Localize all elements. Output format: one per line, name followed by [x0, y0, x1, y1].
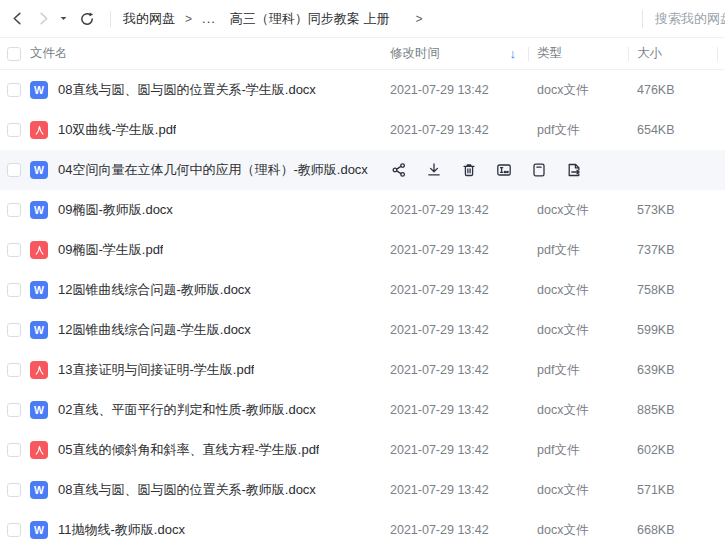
row-checkbox[interactable] — [7, 323, 21, 337]
move-icon[interactable] — [565, 162, 582, 179]
row-checkbox[interactable] — [7, 403, 21, 417]
search-area — [642, 0, 725, 37]
back-icon[interactable] — [6, 8, 28, 30]
file-modified-time: 2021-07-29 13:42 — [390, 350, 528, 390]
row-checkbox[interactable] — [7, 483, 21, 497]
table-row[interactable]: W 12圆锥曲线综合问题-教师版.docx 2021-07-29 13:42 d… — [0, 270, 725, 310]
search-divider — [642, 10, 643, 28]
word-file-icon: W — [30, 281, 48, 299]
chevron-down-icon[interactable] — [56, 8, 70, 30]
file-modified-time: 2021-07-29 13:42 — [390, 70, 528, 110]
delete-icon[interactable] — [460, 162, 477, 179]
file-size: 668KB — [628, 510, 725, 550]
table-row[interactable]: W 02直线、平面平行的判定和性质-教师版.docx 2021-07-29 13… — [0, 390, 725, 430]
row-checkbox[interactable] — [7, 243, 21, 257]
breadcrumb-item-current[interactable]: 高三（理科）同步教案 上册 — [230, 10, 390, 28]
file-type: pdf文件 — [528, 350, 628, 390]
file-size: 654KB — [628, 110, 725, 150]
table-row[interactable]: 09椭圆-学生版.pdf 2021-07-29 13:42 pdf文件 737K… — [0, 230, 725, 270]
word-file-icon: W — [30, 81, 48, 99]
table-row[interactable]: W 08直线与圆、圆与圆的位置关系-学生版.docx 2021-07-29 13… — [0, 70, 725, 110]
file-name[interactable]: 12圆锥曲线综合问题-教师版.docx — [58, 281, 251, 299]
file-modified-time: 2021-07-29 13:42 — [390, 430, 528, 470]
file-type: docx文件 — [528, 510, 628, 550]
word-file-icon: W — [30, 321, 48, 339]
file-name[interactable]: 10双曲线-学生版.pdf — [58, 121, 176, 139]
file-size: 476KB — [628, 70, 725, 110]
file-name[interactable]: 04空间向量在立体几何中的应用（理科）-教师版.docx — [58, 161, 368, 179]
breadcrumb-separator: > — [415, 12, 422, 26]
table-row[interactable]: 05直线的倾斜角和斜率、直线方程-学生版.pdf 2021-07-29 13:4… — [0, 430, 725, 470]
row-checkbox[interactable] — [7, 443, 21, 457]
row-checkbox[interactable] — [7, 363, 21, 377]
file-name[interactable]: 02直线、平面平行的判定和性质-教师版.docx — [58, 401, 316, 419]
file-name[interactable]: 09椭圆-教师版.docx — [58, 201, 173, 219]
file-type: docx文件 — [528, 390, 628, 430]
column-label-type: 类型 — [537, 45, 562, 62]
column-header-type: 类型 — [528, 38, 628, 69]
file-modified-time: 2021-07-29 13:42 — [390, 310, 528, 350]
word-file-icon: W — [30, 481, 48, 499]
file-name[interactable]: 12圆锥曲线综合问题-学生版.docx — [58, 321, 251, 339]
select-all-checkbox[interactable] — [7, 47, 21, 61]
breadcrumb-separator: > — [185, 12, 192, 26]
row-checkbox[interactable] — [7, 163, 21, 177]
file-type: pdf文件 — [528, 430, 628, 470]
row-checkbox[interactable] — [7, 203, 21, 217]
column-label-name: 文件名 — [30, 45, 68, 62]
toolbar: 我的网盘 > ... 高三（理科）同步教案 上册 > — [0, 0, 725, 38]
breadcrumb-item-ellipsis[interactable]: ... — [202, 11, 216, 26]
file-name[interactable]: 11抛物线-教师版.docx — [58, 521, 185, 539]
column-header-name: 文件名 — [30, 38, 390, 69]
file-type: docx文件 — [528, 70, 628, 110]
refresh-icon[interactable] — [76, 8, 98, 30]
word-file-icon: W — [30, 401, 48, 419]
rename-icon[interactable] — [495, 162, 512, 179]
pdf-file-icon — [30, 441, 48, 459]
table-row[interactable]: 10双曲线-学生版.pdf 2021-07-29 13:42 pdf文件 654… — [0, 110, 725, 150]
table-row[interactable]: W 08直线与圆、圆与圆的位置关系-教师版.docx 2021-07-29 13… — [0, 470, 725, 510]
file-size: 599KB — [628, 310, 725, 350]
pdf-file-icon — [30, 241, 48, 259]
share-icon[interactable] — [390, 162, 407, 179]
pdf-file-icon — [30, 121, 48, 139]
file-size: 571KB — [628, 470, 725, 510]
file-type: docx文件 — [528, 270, 628, 310]
pdf-file-icon — [30, 361, 48, 379]
table-row[interactable]: 13直接证明与间接证明-学生版.pdf 2021-07-29 13:42 pdf… — [0, 350, 725, 390]
download-icon[interactable] — [425, 162, 442, 179]
forward-icon[interactable] — [32, 8, 54, 30]
breadcrumb: 我的网盘 > ... 高三（理科）同步教案 上册 > — [123, 10, 433, 28]
file-name[interactable]: 09椭圆-学生版.pdf — [58, 241, 163, 259]
file-modified-time: 2021-07-29 13:42 — [390, 230, 528, 270]
sort-desc-icon[interactable]: ↓ — [510, 46, 517, 61]
row-hover-actions — [390, 150, 725, 190]
file-size: 885KB — [628, 390, 725, 430]
word-file-icon: W — [30, 161, 48, 179]
file-modified-time: 2021-07-29 13:42 — [390, 470, 528, 510]
file-size: 573KB — [628, 190, 725, 230]
column-header-size: 大小 — [628, 38, 725, 69]
column-header-modified[interactable]: 修改时间 ↓ — [390, 38, 528, 69]
file-name[interactable]: 08直线与圆、圆与圆的位置关系-教师版.docx — [58, 481, 316, 499]
row-checkbox[interactable] — [7, 83, 21, 97]
file-modified-time: 2021-07-29 13:42 — [390, 110, 528, 150]
file-modified-time: 2021-07-29 13:42 — [390, 270, 528, 310]
file-size: 758KB — [628, 270, 725, 310]
search-input[interactable] — [655, 11, 725, 26]
file-size: 639KB — [628, 350, 725, 390]
table-row[interactable]: W 12圆锥曲线综合问题-学生版.docx 2021-07-29 13:42 d… — [0, 310, 725, 350]
file-name[interactable]: 05直线的倾斜角和斜率、直线方程-学生版.pdf — [58, 441, 319, 459]
table-row[interactable]: W 04空间向量在立体几何中的应用（理科）-教师版.docx — [0, 150, 725, 190]
file-name[interactable]: 13直接证明与间接证明-学生版.pdf — [58, 361, 254, 379]
breadcrumb-item-root[interactable]: 我的网盘 — [123, 10, 175, 28]
file-type: docx文件 — [528, 190, 628, 230]
row-checkbox[interactable] — [7, 283, 21, 297]
copy-icon[interactable] — [530, 162, 547, 179]
file-name[interactable]: 08直线与圆、圆与圆的位置关系-学生版.docx — [58, 81, 316, 99]
table-row[interactable]: W 11抛物线-教师版.docx 2021-07-29 13:42 docx文件… — [0, 510, 725, 550]
row-checkbox[interactable] — [7, 523, 21, 537]
table-row[interactable]: W 09椭圆-教师版.docx 2021-07-29 13:42 docx文件 … — [0, 190, 725, 230]
row-checkbox[interactable] — [7, 123, 21, 137]
toolbar-divider — [110, 11, 111, 27]
